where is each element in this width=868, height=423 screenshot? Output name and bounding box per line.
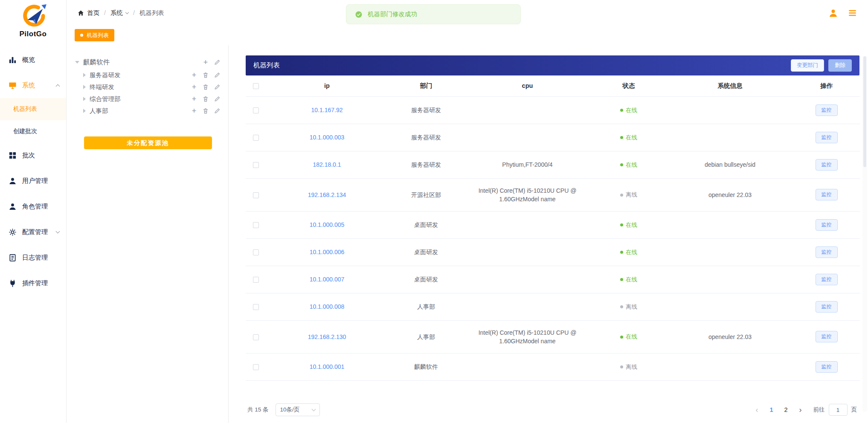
page-button-2[interactable]: 2: [780, 404, 792, 416]
row-checkbox[interactable]: [253, 162, 259, 168]
ip-link[interactable]: 10.1.000.006: [310, 249, 345, 255]
row-checkbox[interactable]: [253, 334, 259, 340]
sysinfo-cell: [667, 96, 793, 124]
sidebar-item-user-mgmt[interactable]: 用户管理: [0, 168, 66, 194]
sidebar-subitem-create-batch[interactable]: 创建批次: [0, 120, 66, 142]
ip-link[interactable]: 192.168.2.130: [308, 333, 346, 340]
table-row: 10.1.000.006 桌面研发 在线 监控: [246, 238, 860, 266]
tree-node[interactable]: 人事部 +: [83, 105, 221, 117]
row-checkbox[interactable]: [253, 304, 259, 310]
dept-cell: 麒麟软件: [388, 353, 464, 380]
monitor-button[interactable]: 监控: [816, 159, 838, 171]
edit-node-icon[interactable]: [214, 107, 221, 114]
sidebar-item-config-mgmt[interactable]: 配置管理: [0, 219, 66, 245]
next-page-button[interactable]: ›: [795, 404, 807, 416]
select-all-checkbox[interactable]: [253, 83, 259, 89]
row-checkbox[interactable]: [253, 107, 259, 113]
edit-node-icon[interactable]: [214, 59, 221, 66]
monitor-button[interactable]: 监控: [816, 246, 838, 258]
delete-node-icon[interactable]: [202, 72, 209, 78]
goto-page-input[interactable]: [829, 404, 848, 416]
monitor-button[interactable]: 监控: [816, 219, 838, 231]
caret-down-icon[interactable]: [75, 61, 79, 64]
sidebar-subitem-machine-list[interactable]: 机器列表: [0, 98, 66, 120]
sidebar-item-system[interactable]: 系统: [0, 72, 66, 98]
monitor-button[interactable]: 监控: [816, 104, 838, 116]
tree-node[interactable]: 服务器研发 +: [83, 69, 221, 81]
ip-link[interactable]: 182.18.0.1: [313, 161, 341, 168]
ip-link[interactable]: 10.1.000.001: [310, 363, 345, 370]
monitor-button[interactable]: 监控: [816, 331, 838, 342]
sidebar-item-batch[interactable]: 批次: [0, 142, 66, 168]
status-dot-icon: [620, 251, 623, 254]
edit-node-icon[interactable]: [214, 96, 221, 102]
delete-node-icon[interactable]: [202, 84, 209, 90]
caret-right-icon[interactable]: [83, 85, 86, 89]
page-button-1[interactable]: 1: [766, 404, 778, 416]
add-node-icon[interactable]: +: [191, 84, 197, 90]
ip-link[interactable]: 10.1.000.008: [310, 303, 345, 310]
sysinfo-cell: openeuler 22.03: [667, 178, 793, 211]
machine-table-body: 10.1.167.92 服务器研发 在线 监控 10.1.000.003 服务器…: [246, 96, 860, 380]
ip-link[interactable]: 10.1.000.003: [310, 134, 345, 141]
breadcrumb-system[interactable]: 系统: [110, 9, 128, 17]
vertical-scrollbar[interactable]: [862, 55, 867, 412]
row-checkbox[interactable]: [253, 277, 259, 283]
status-dot-icon: [620, 136, 623, 139]
scrollbar-thumb[interactable]: [863, 56, 866, 167]
tree-root-node[interactable]: 麒麟软件 +: [75, 56, 221, 68]
delete-node-icon[interactable]: [202, 107, 209, 114]
edit-node-icon[interactable]: [214, 72, 221, 78]
breadcrumb: 首页 / 系统 / 机器列表: [78, 9, 164, 17]
table-row: 10.1.167.92 服务器研发 在线 监控: [246, 96, 860, 124]
breadcrumb-separator: /: [104, 9, 106, 16]
sidebar-item-label: 用户管理: [22, 177, 48, 185]
caret-right-icon[interactable]: [83, 97, 86, 101]
sidebar-item-overview[interactable]: 概览: [0, 47, 66, 72]
tab-machine-list[interactable]: 机器列表: [75, 29, 114, 41]
delete-node-icon[interactable]: [202, 96, 209, 102]
row-checkbox[interactable]: [253, 364, 259, 370]
caret-right-icon[interactable]: [83, 73, 86, 77]
caret-right-icon[interactable]: [83, 109, 86, 113]
breadcrumb-home[interactable]: 首页: [78, 9, 99, 17]
change-department-button[interactable]: 变更部门: [791, 59, 824, 72]
add-node-icon[interactable]: +: [191, 96, 197, 102]
ip-link[interactable]: 10.1.000.005: [310, 221, 345, 228]
hamburger-menu-icon[interactable]: [848, 9, 857, 17]
ip-link[interactable]: 10.1.000.007: [310, 276, 345, 283]
page-size-select[interactable]: 10条/页: [276, 403, 320, 416]
monitor-button[interactable]: 监控: [816, 189, 838, 200]
monitor-button[interactable]: 监控: [816, 361, 838, 373]
sidebar-item-role-mgmt[interactable]: 角色管理: [0, 194, 66, 219]
monitor-button[interactable]: 监控: [816, 132, 838, 143]
department-tree-panel: 麒麟软件 + 服务器研发 +: [67, 45, 229, 423]
machine-table-panel: 机器列表 变更部门 删除 ip 部门: [229, 45, 868, 423]
row-checkbox[interactable]: [253, 249, 259, 255]
status-dot-icon: [620, 194, 623, 197]
user-profile-icon[interactable]: [829, 9, 838, 17]
toast-message: 机器部门修改成功: [368, 10, 417, 18]
monitor-button[interactable]: 监控: [816, 274, 838, 285]
monitor-button[interactable]: 监控: [816, 301, 838, 313]
delete-button[interactable]: 删除: [828, 59, 852, 72]
unallocated-pool-button[interactable]: 未分配资源池: [84, 136, 212, 149]
sidebar-item-log-mgmt[interactable]: 日志管理: [0, 245, 66, 270]
column-header-status: 状态: [590, 75, 667, 96]
add-node-icon[interactable]: +: [202, 59, 209, 66]
prev-page-button[interactable]: ‹: [751, 404, 763, 416]
tree-node[interactable]: 终端研发 +: [83, 81, 221, 93]
edit-node-icon[interactable]: [214, 84, 221, 90]
tree-node[interactable]: 综合管理部 +: [83, 93, 221, 105]
add-node-icon[interactable]: +: [191, 72, 197, 78]
row-checkbox[interactable]: [253, 192, 259, 198]
row-checkbox[interactable]: [253, 222, 259, 228]
tree-node-label: 麒麟软件: [83, 58, 110, 67]
ip-link[interactable]: 192.168.2.134: [308, 191, 346, 198]
sidebar: PilotGo 概览 系统 机器列表 创建批: [0, 0, 67, 423]
ip-link[interactable]: 10.1.167.92: [311, 107, 343, 113]
add-node-icon[interactable]: +: [191, 107, 197, 114]
sidebar-item-plugin-mgmt[interactable]: 插件管理: [0, 270, 66, 296]
row-checkbox[interactable]: [253, 135, 259, 141]
dept-cell: 服务器研发: [388, 124, 464, 151]
